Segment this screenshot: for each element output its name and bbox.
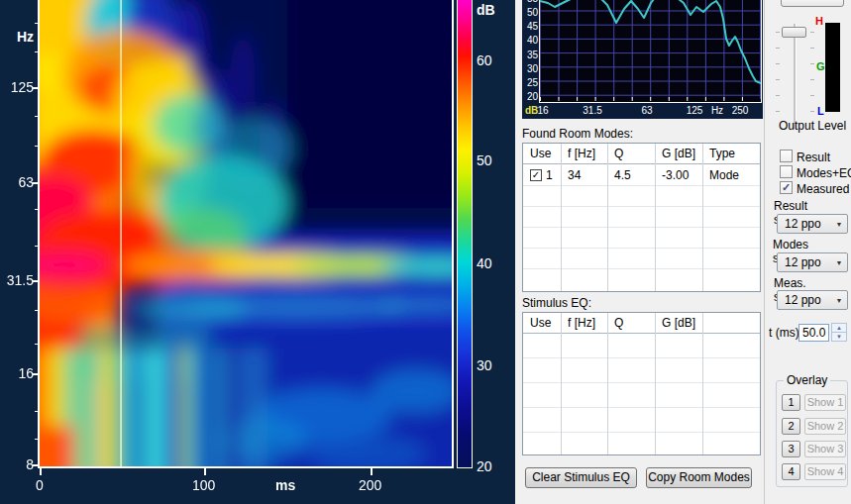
measured-checkbox[interactable]: ✓: [780, 181, 793, 194]
level-meter: [825, 23, 840, 112]
meter-low-label: L: [817, 106, 824, 117]
mc-xtick: 250: [732, 105, 749, 116]
mc-ytick: 25: [523, 77, 538, 88]
meter-mid-label: G: [816, 61, 825, 72]
stimulus-eq-table[interactable]: Use f [Hz] Q G [dB]: [522, 312, 761, 455]
modes-eq-checkbox[interactable]: ✓: [780, 165, 793, 178]
mc-xtick: 31.5: [583, 105, 601, 116]
freq-minor-tick: [35, 209, 40, 210]
col-blank: [702, 313, 760, 333]
overlay-2-button[interactable]: 2: [782, 418, 800, 435]
mc-x-unit: Hz: [711, 105, 723, 116]
empty-row: [523, 408, 760, 433]
found-room-modes-label: Found Room Modes:: [522, 127, 633, 141]
output-level-label: Output Level: [779, 119, 846, 133]
copy-room-modes-button[interactable]: Copy Room Modes: [646, 467, 752, 488]
mode-index: 1: [546, 168, 553, 182]
stimulus-eq-label: Stimulus EQ:: [522, 296, 591, 310]
show-2-button[interactable]: Show 2: [804, 418, 846, 435]
colorbar-unit: dB: [477, 3, 495, 18]
freq-minor-tick: [35, 344, 40, 345]
col-q: Q: [607, 313, 655, 333]
spectrogram-panel: Hz 125 63 31.5 16 8 0 100 ms 200 dB 60 5…: [0, 0, 515, 504]
modes-eq-checkbox-label: Modes+EQ: [797, 166, 851, 180]
col-use: Use: [523, 144, 561, 163]
empty-row: [523, 383, 760, 408]
mc-ytick: 50: [523, 7, 538, 18]
mc-ytick: 45: [523, 21, 538, 32]
spectrogram-plot[interactable]: [38, 0, 454, 468]
freq-major-tick: [33, 87, 40, 89]
col-freq: f [Hz]: [561, 313, 607, 333]
mode-freq: 34: [561, 168, 607, 182]
freq-major-tick: [33, 182, 40, 184]
empty-row: [523, 228, 760, 249]
response-thumbnail-chart[interactable]: 55 50 45 40 35 30 25 20 dB 16 31.5 63 12…: [522, 0, 763, 119]
mc-xtick: 16: [537, 105, 548, 116]
modes-panel: 55 50 45 40 35 30 25 20 dB 16 31.5 63 12…: [515, 0, 765, 504]
mode-q: 4.5: [607, 168, 655, 182]
output-level-slider-track[interactable]: [794, 24, 797, 129]
overlay-4-button[interactable]: 4: [782, 463, 800, 480]
result-smooth-select[interactable]: 12 ppo ▼: [777, 214, 848, 234]
mc-ytick: 35: [523, 50, 538, 60]
overlay-1-button[interactable]: 1: [782, 394, 800, 411]
col-type: Type: [702, 144, 760, 163]
show-1-button[interactable]: Show 1: [804, 394, 846, 411]
output-level-slider-thumb[interactable]: [782, 27, 806, 38]
mc-ytick: 20: [523, 91, 538, 102]
mode-type: Mode: [702, 168, 760, 182]
colorbar-tick-label: 30: [477, 358, 492, 373]
empty-row: [523, 249, 760, 269]
mc-y-unit: dB: [525, 105, 538, 116]
top-partial-control[interactable]: [781, 0, 844, 7]
freq-minor-tick: [35, 146, 40, 147]
empty-row: [523, 358, 760, 383]
col-gain: G [dB]: [655, 313, 702, 333]
freq-minor-tick: [35, 439, 40, 440]
freq-major-tick: [33, 373, 40, 375]
table-header: Use f [Hz] Q G [dB]: [523, 313, 760, 334]
freq-tick-label: 63: [2, 175, 34, 190]
freq-tick-label: 125: [2, 80, 34, 95]
t-ms-spinner[interactable]: ▲ ▼: [831, 323, 847, 342]
found-room-modes-table[interactable]: Use f [Hz] Q G [dB] Type ✓ 1 34 4.5 -3.0…: [522, 143, 761, 292]
empty-row: [523, 433, 760, 454]
mc-ytick: 40: [523, 35, 538, 46]
chevron-down-icon: ▼: [831, 221, 847, 228]
mc-xtick: 125: [687, 105, 703, 116]
spectrogram-image: [40, 0, 452, 466]
freq-minor-tick: [35, 116, 40, 117]
time-tick-label: 200: [359, 478, 381, 493]
t-ms-input[interactable]: 50.0: [798, 324, 829, 342]
spin-down-icon[interactable]: ▼: [832, 332, 846, 341]
colorbar: [457, 0, 473, 468]
result-checkbox[interactable]: ✓: [780, 150, 793, 162]
freq-minor-tick: [35, 310, 40, 311]
clear-stimulus-eq-button[interactable]: Clear Stimulus EQ: [525, 467, 637, 488]
show-4-button[interactable]: Show 4: [804, 463, 846, 480]
response-plot-area: [539, 0, 762, 103]
empty-row: [523, 186, 760, 207]
modes-smooth-select[interactable]: 12 ppo ▼: [777, 252, 848, 272]
meter-high-label: H: [815, 16, 823, 27]
freq-minor-tick: [35, 51, 40, 52]
time-cursor-line: [120, 0, 121, 466]
spin-up-icon[interactable]: ▲: [832, 324, 846, 332]
mode-row-1[interactable]: ✓ 1 34 4.5 -3.00 Mode: [523, 164, 760, 186]
mode-use-checkbox[interactable]: ✓: [530, 169, 542, 181]
show-3-button[interactable]: Show 3: [804, 441, 846, 457]
freq-major-tick: [33, 464, 40, 466]
t-ms-label: t (ms): [769, 326, 799, 340]
chevron-down-icon: ▼: [831, 259, 847, 266]
overlay-3-button[interactable]: 3: [782, 441, 800, 457]
mc-xtick: 63: [641, 105, 652, 116]
time-tick: [40, 468, 42, 475]
col-use: Use: [523, 313, 561, 333]
time-tick-label: 0: [36, 478, 44, 493]
controls-panel: H G L Output Level ✓ Result ✓ Modes+EQ ✓…: [765, 0, 851, 504]
freq-tick-label: 8: [2, 457, 34, 472]
response-curve-image: [540, 0, 761, 101]
meas-smooth-select[interactable]: 12 ppo ▼: [777, 290, 848, 310]
empty-row: [523, 334, 760, 358]
